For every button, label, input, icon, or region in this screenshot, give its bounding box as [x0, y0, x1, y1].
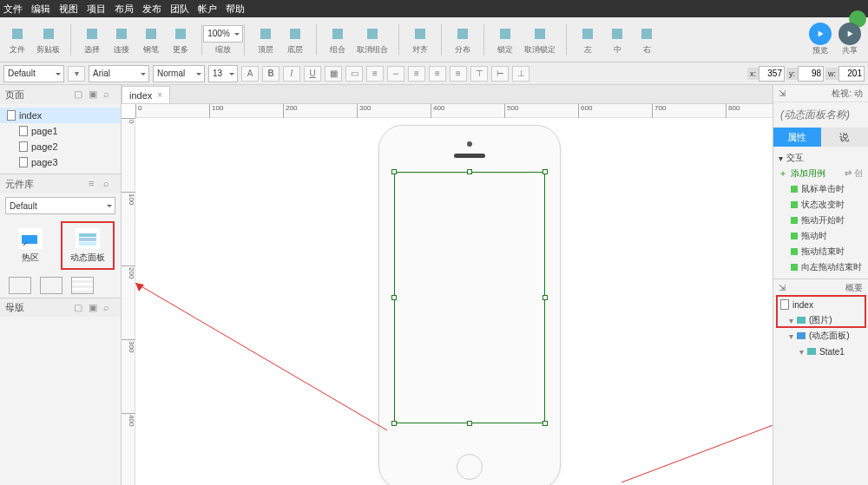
main-toolbar: 文件剪贴板选择连接钢笔更多100%缩放顶层底层组合取消组合对齐分布锁定取消锁定左…: [0, 17, 868, 62]
tool-pen[interactable]: 钢笔: [139, 24, 163, 56]
resize-handle[interactable]: [391, 295, 397, 300]
fill-btn[interactable]: ▦: [325, 66, 342, 82]
widget-热区[interactable]: 热区: [3, 221, 57, 270]
valign-b[interactable]: ⊥: [512, 66, 529, 82]
style-dropdown[interactable]: Default: [3, 65, 64, 82]
event-row[interactable]: 拖动结束时: [779, 244, 863, 259]
event-row[interactable]: 鼠标单击时: [779, 181, 863, 197]
weight-dropdown[interactable]: Normal: [153, 65, 205, 82]
tool-right[interactable]: 右: [635, 24, 659, 56]
outline-item[interactable]: ▾State1: [773, 344, 868, 359]
page-item[interactable]: page1: [0, 123, 121, 139]
page-item[interactable]: page3: [0, 154, 121, 170]
tool-zoom[interactable]: 100%缩放: [211, 24, 235, 56]
size-dropdown[interactable]: 13: [208, 65, 238, 82]
align-c[interactable]: ≡: [429, 66, 446, 82]
svg-marker-18: [848, 31, 853, 37]
menu-item[interactable]: 编辑: [31, 3, 50, 16]
page-item[interactable]: page2: [0, 139, 121, 154]
valign-t[interactable]: ⊤: [470, 66, 488, 82]
lib-search-icon[interactable]: ⌕: [103, 178, 115, 190]
tool-lock[interactable]: 锁定: [493, 24, 517, 56]
resize-handle[interactable]: [542, 169, 548, 174]
tool-group[interactable]: 组合: [326, 24, 350, 56]
tool-front[interactable]: 顶层: [253, 24, 278, 56]
tool-file[interactable]: 文件: [5, 24, 30, 56]
align-l[interactable]: ≡: [408, 66, 425, 82]
event-row[interactable]: 拖动开始时: [779, 213, 863, 228]
resize-handle[interactable]: [542, 421, 548, 426]
tool-connect[interactable]: 连接: [109, 24, 134, 56]
tool-align[interactable]: 对齐: [408, 24, 432, 56]
add-case-link[interactable]: ＋添加用例⇄ 创: [779, 166, 863, 181]
tool-unlock[interactable]: 取消锁定: [523, 24, 557, 56]
tab-label: index: [129, 90, 152, 101]
widget-small-2[interactable]: [40, 277, 62, 294]
menu-item[interactable]: 团队: [170, 3, 189, 16]
library-dropdown[interactable]: Default: [5, 197, 115, 214]
camera-icon: [467, 141, 472, 147]
search-icon[interactable]: ⌕: [103, 88, 115, 101]
event-row[interactable]: 状态改变时: [779, 197, 863, 213]
tool-more[interactable]: 更多: [168, 24, 193, 56]
bold-btn[interactable]: B: [262, 66, 279, 82]
event-row[interactable]: 向左拖动结束时: [779, 259, 863, 275]
add-page-icon[interactable]: ▢: [74, 88, 86, 101]
event-row[interactable]: 拖动时: [779, 228, 863, 244]
menu-item[interactable]: 布局: [115, 3, 134, 16]
tool-left[interactable]: 左: [575, 24, 600, 56]
menu-item[interactable]: 帮助: [226, 3, 245, 16]
menu-item[interactable]: 项目: [87, 3, 106, 16]
interaction-section[interactable]: ▾交互: [779, 150, 863, 166]
menu-item[interactable]: 文件: [3, 3, 23, 16]
add-folder-icon[interactable]: ▣: [89, 88, 101, 101]
resize-handle[interactable]: [542, 295, 548, 300]
tool-ungroup[interactable]: 取消组合: [355, 24, 390, 56]
master-folder-icon[interactable]: ▣: [89, 302, 101, 314]
page-item[interactable]: index: [0, 108, 121, 123]
arrow-btn[interactable]: ↔: [387, 66, 404, 82]
tab-index[interactable]: index ×: [122, 86, 170, 103]
toolbar-cloud[interactable]: 共享: [838, 23, 861, 56]
color-btn[interactable]: A: [241, 66, 259, 82]
dynamic-panel-selection[interactable]: [394, 172, 545, 423]
tab-notes[interactable]: 说: [821, 128, 869, 147]
menu-item[interactable]: 视图: [59, 3, 78, 16]
master-search-icon[interactable]: ⌕: [103, 302, 115, 314]
tab-properties[interactable]: 属性: [773, 128, 821, 147]
tool-select[interactable]: 选择: [80, 24, 104, 56]
tool-back[interactable]: 底层: [283, 24, 307, 56]
widget-small-3[interactable]: [71, 277, 94, 294]
canvas[interactable]: [135, 118, 773, 485]
resize-handle[interactable]: [391, 169, 397, 174]
font-dropdown[interactable]: Arial: [89, 65, 149, 82]
linew-btn[interactable]: ≡: [366, 66, 384, 82]
outline-item[interactable]: ▾(动态面板): [773, 328, 868, 344]
valign-m[interactable]: ⊢: [491, 66, 509, 82]
lib-menu-icon[interactable]: ≡: [89, 178, 101, 190]
widget-small-1[interactable]: [9, 277, 31, 294]
border-btn[interactable]: ▭: [345, 66, 363, 82]
toolbar-play[interactable]: 预览: [809, 23, 832, 56]
tool-clipboard[interactable]: 剪贴板: [35, 24, 62, 56]
resize-handle[interactable]: [467, 421, 472, 426]
svg-rect-22: [79, 242, 96, 246]
add-master-icon[interactable]: ▢: [74, 302, 86, 314]
underline-btn[interactable]: U: [304, 66, 321, 82]
widget-动态面板[interactable]: 动态面板: [61, 221, 115, 270]
tool-distribute[interactable]: 分布: [450, 24, 475, 56]
italic-btn[interactable]: I: [283, 66, 300, 82]
menu-item[interactable]: 帐户: [198, 3, 217, 16]
resize-handle[interactable]: [391, 421, 397, 426]
w-input[interactable]: [838, 66, 865, 82]
menu-item[interactable]: 发布: [142, 3, 161, 16]
resize-handle[interactable]: [467, 169, 472, 174]
x-input[interactable]: [759, 66, 785, 82]
y-input[interactable]: [798, 66, 824, 82]
close-icon[interactable]: ×: [157, 90, 162, 100]
svg-rect-16: [641, 29, 652, 39]
align-r[interactable]: ≡: [450, 66, 467, 82]
widget-name[interactable]: (动态面板名称): [773, 102, 868, 128]
tool-center[interactable]: 中: [605, 24, 629, 56]
style-more[interactable]: ▾: [68, 66, 85, 82]
